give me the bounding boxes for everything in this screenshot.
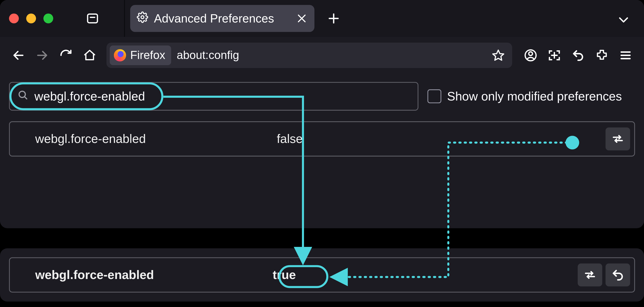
undo-button[interactable] [567, 44, 589, 66]
firefox-logo-icon [114, 49, 126, 62]
preference-row-modified: webgl.force-enabled true [9, 257, 635, 292]
close-tab-button[interactable] [296, 13, 308, 25]
identity-label: Firefox [130, 49, 165, 62]
search-icon [17, 89, 29, 104]
url-text: about:config [177, 49, 239, 62]
minimize-window-button[interactable] [26, 14, 36, 24]
preference-search-text: webgl.force-enabled [34, 89, 145, 103]
account-button[interactable] [520, 44, 542, 66]
reset-preference-button[interactable] [606, 263, 630, 286]
toggle-preference-button[interactable] [606, 127, 630, 150]
browser-window: Advanced Preferences [0, 0, 644, 228]
preference-value: false [277, 132, 303, 146]
nav-toolbar: Firefox about:config [0, 37, 644, 74]
about-config-body: webgl.force-enabled Show only modified p… [0, 74, 644, 165]
show-only-modified-checkbox[interactable] [427, 89, 441, 103]
tab-tray-icon[interactable] [85, 11, 100, 26]
svg-point-2 [141, 16, 144, 19]
app-menu-button[interactable] [614, 44, 636, 66]
preference-search-input[interactable]: webgl.force-enabled [9, 82, 418, 111]
preference-row: webgl.force-enabled false [9, 121, 635, 157]
window-controls [9, 14, 53, 24]
bookmark-star-button[interactable] [490, 47, 506, 63]
forward-button[interactable] [31, 44, 53, 66]
tabs-dropdown-button[interactable] [615, 12, 632, 28]
fullscreen-window-button[interactable] [43, 14, 53, 24]
home-button[interactable] [79, 44, 101, 66]
new-tab-button[interactable] [324, 9, 343, 28]
titlebar: Advanced Preferences [0, 0, 644, 37]
preference-name: webgl.force-enabled [35, 268, 273, 282]
tab-advanced-preferences[interactable]: Advanced Preferences [130, 5, 314, 32]
back-button[interactable] [7, 44, 29, 66]
tab-label: Advanced Preferences [154, 12, 274, 25]
close-window-button[interactable] [9, 14, 19, 24]
screenshot-button[interactable] [543, 44, 565, 66]
show-only-modified-label: Show only modified preferences [447, 89, 622, 103]
toggle-preference-button[interactable] [578, 263, 602, 286]
svg-marker-9 [493, 50, 504, 60]
reload-button[interactable] [55, 44, 77, 66]
svg-rect-0 [88, 14, 98, 23]
preference-name: webgl.force-enabled [35, 132, 277, 146]
identity-box[interactable]: Firefox [110, 46, 171, 65]
extensions-button[interactable] [591, 44, 613, 66]
preference-value: true [272, 268, 296, 282]
svg-line-18 [24, 96, 27, 99]
url-bar[interactable]: Firefox about:config [106, 43, 512, 68]
gear-icon [137, 11, 148, 26]
svg-point-11 [529, 52, 532, 56]
result-window: webgl.force-enabled true [0, 248, 644, 301]
